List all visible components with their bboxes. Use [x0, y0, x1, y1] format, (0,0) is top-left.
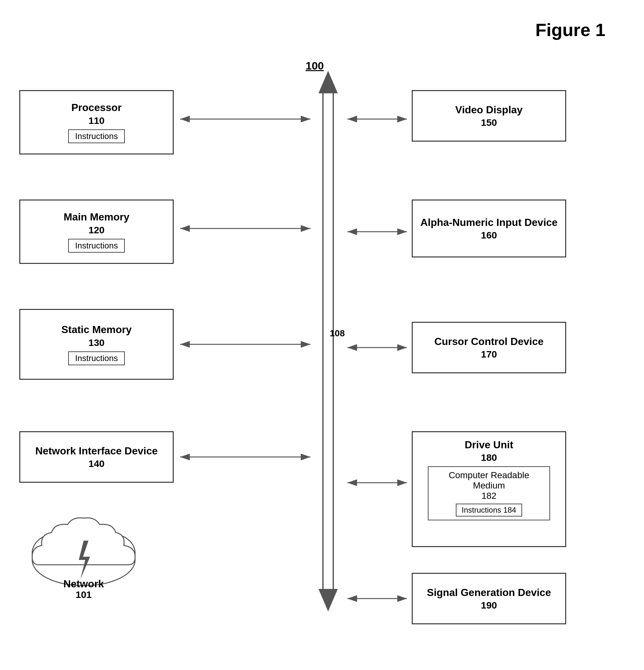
crm-title: Computer Readable Medium	[435, 470, 543, 491]
main-memory-box: Main Memory 120 Instructions	[19, 200, 174, 264]
svg-marker-3	[318, 589, 338, 612]
figure-title: Figure 1	[535, 19, 605, 40]
static-memory-arrow	[174, 337, 317, 351]
alpha-numeric-arrow	[341, 225, 413, 239]
network-cloud-svg: Network 101	[19, 508, 148, 599]
bus-label-100: 100	[305, 59, 324, 72]
svg-text:Network: Network	[63, 578, 104, 590]
alpha-numeric-box: Alpha-Numeric Input Device 160	[412, 200, 566, 257]
static-memory-instructions: Instructions	[68, 351, 125, 365]
processor-arrow	[174, 112, 317, 126]
main-memory-title: Main Memory	[64, 211, 129, 223]
signal-generation-arrow	[341, 591, 413, 606]
crm-number: 182	[482, 491, 497, 501]
drive-unit-box: Drive Unit 180 Computer Readable Medium …	[412, 431, 566, 547]
processor-number: 110	[88, 115, 105, 126]
processor-box: Processor 110 Instructions	[19, 90, 174, 155]
svg-text:101: 101	[76, 589, 92, 599]
video-display-arrow	[341, 112, 413, 126]
drive-unit-arrow	[341, 475, 413, 490]
static-memory-number: 130	[88, 337, 105, 348]
svg-marker-2	[318, 71, 338, 93]
network-interface-number: 140	[88, 458, 105, 469]
video-display-number: 150	[481, 117, 497, 128]
alpha-numeric-number: 160	[481, 230, 497, 241]
static-memory-box: Static Memory 130 Instructions	[19, 309, 174, 380]
network-interface-arrow	[174, 450, 317, 464]
alpha-numeric-title: Alpha-Numeric Input Device	[421, 216, 558, 228]
cursor-control-title: Cursor Control Device	[434, 335, 544, 348]
static-memory-title: Static Memory	[61, 323, 132, 336]
cursor-control-number: 170	[481, 349, 497, 360]
computer-readable-medium-box: Computer Readable Medium 182 Instruction…	[428, 466, 550, 520]
main-bus	[315, 71, 341, 612]
processor-instructions: Instructions	[68, 129, 125, 143]
bus-number-108: 108	[330, 328, 345, 338]
drive-unit-number: 180	[481, 452, 497, 463]
cursor-control-arrow	[341, 340, 413, 354]
signal-generation-title: Signal Generation Device	[427, 586, 551, 599]
main-memory-arrow	[174, 222, 317, 236]
main-memory-number: 120	[88, 225, 105, 236]
instructions-184-box: Instructions 184	[456, 504, 522, 517]
main-memory-instructions: Instructions	[68, 239, 125, 253]
network-interface-box: Network Interface Device 140	[19, 431, 174, 483]
video-display-title: Video Display	[455, 104, 522, 116]
network-cloud-container: Network 101	[19, 508, 148, 600]
processor-title: Processor	[71, 102, 122, 113]
video-display-box: Video Display 150	[412, 90, 566, 142]
drive-unit-title: Drive Unit	[465, 439, 513, 451]
cursor-control-box: Cursor Control Device 170	[412, 322, 566, 373]
signal-generation-number: 190	[481, 600, 497, 611]
signal-generation-box: Signal Generation Device 190	[412, 573, 566, 624]
network-interface-title: Network Interface Device	[36, 445, 158, 457]
